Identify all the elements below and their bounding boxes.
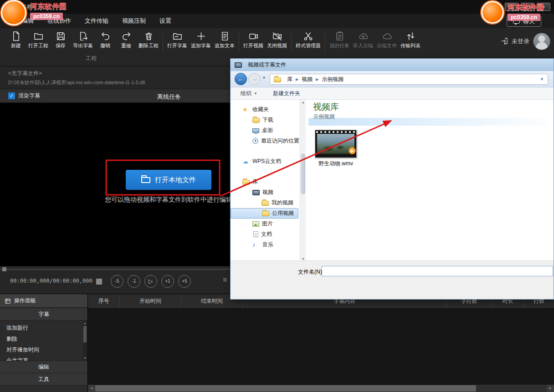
toolbar-append-subtitle[interactable]: 追加字幕 <box>189 31 213 53</box>
file-list-area: 视频库 示例视频 ▶ 野生动物.wmv <box>306 100 554 261</box>
breadcrumb-dropdown-icon[interactable]: ▼ <box>540 77 544 81</box>
tab-subtitle[interactable]: 字幕 <box>0 308 87 321</box>
toolbar-save[interactable]: 保存 <box>50 31 71 53</box>
scroll-up-icon[interactable]: ▲ <box>83 321 87 325</box>
tree-my-videos[interactable]: 我的视频 <box>231 198 306 208</box>
toolbar-open-project[interactable]: 打开工程 <box>26 31 50 53</box>
close-button[interactable]: × <box>537 3 550 11</box>
tab-edit[interactable]: 编辑 <box>0 361 87 373</box>
breadcrumb-videos[interactable]: 视频 <box>302 76 313 83</box>
minimize-button[interactable] <box>505 3 518 11</box>
panel-scrollbar[interactable]: ▲ ▼ <box>83 321 87 360</box>
dialog-icon <box>235 62 242 68</box>
breadcrumb-sample-videos[interactable]: 示例视频 <box>322 76 344 83</box>
history-dropdown-icon[interactable]: ▼ <box>262 76 266 80</box>
tree-recent-places[interactable]: 最近访问的位置 <box>231 136 306 146</box>
action-align-playtime[interactable]: 对齐播放时间 <box>0 344 87 355</box>
table-hscrollbar[interactable]: ◄ ► <box>88 385 554 392</box>
hscroll-thumb[interactable] <box>95 385 476 392</box>
cloud-save-icon <box>358 31 369 41</box>
chat-button[interactable]: 聊天 <box>507 15 541 27</box>
tree-favorites[interactable]: ★收藏夹 <box>231 104 306 115</box>
organize-menu[interactable]: 组织 ▼ <box>241 90 257 97</box>
rewind-5-button[interactable]: -5 <box>111 275 123 288</box>
my-tasks-icon <box>334 31 345 41</box>
forward-5-button[interactable]: +5 <box>178 275 191 288</box>
menu-subtitle-edit[interactable]: 字幕编辑 <box>10 17 34 25</box>
play-button[interactable]: ▷ <box>144 275 157 288</box>
tree-pictures[interactable]: 图片 <box>231 219 306 229</box>
file-wildlife-wmv[interactable]: ▶ 野生动物.wmv <box>313 130 359 168</box>
folder-icon <box>262 201 269 206</box>
action-delete[interactable]: 删除 <box>0 333 87 344</box>
toolbar-delete-project[interactable]: 删除工程 <box>137 31 160 53</box>
menu-settings[interactable]: 设置 <box>159 17 171 25</box>
breadcrumb-libraries[interactable]: 库 <box>287 76 292 83</box>
back-button[interactable]: ← <box>235 73 247 85</box>
toolbar-open-video[interactable]: 打开视频 <box>241 31 265 53</box>
toolbar-separator <box>325 32 325 52</box>
toolbar-transfer-list[interactable]: 传输列表 <box>399 31 422 53</box>
tree-scroll-thumb[interactable] <box>301 153 305 194</box>
avatar[interactable] <box>533 33 550 50</box>
tree-public-videos[interactable]: 公用视频 <box>231 208 298 219</box>
toolbar-style-manager[interactable]: 样式管理器 <box>294 31 323 53</box>
menu-video-encode[interactable]: 视频压制 <box>122 17 146 25</box>
toolbar-cloud-files[interactable]: 云端文件 <box>375 31 399 53</box>
toolbar-new[interactable]: 新建 <box>5 31 26 53</box>
tree-music[interactable]: ♪音乐 <box>231 239 306 250</box>
offline-task-tab[interactable]: 离线任务 <box>157 93 181 101</box>
menu-online-collab[interactable]: 在线协作 <box>47 17 71 25</box>
transfer-list-icon <box>405 31 416 41</box>
render-subtitle-checkbox[interactable]: ✓ 渲染字幕 <box>8 92 40 100</box>
open-local-file-button[interactable]: 打开本地文件 <box>126 170 211 190</box>
toolbar-cloud-save[interactable]: 存入云端 <box>351 31 375 53</box>
tree-scrollbar[interactable]: ▲ ▼ <box>300 100 306 261</box>
stop-button[interactable] <box>96 279 102 285</box>
seek-handle[interactable] <box>2 267 6 271</box>
subtitle-action-list: 添加新行 删除 对齐播放时间 合并字幕 ▲ ▼ <box>0 321 87 361</box>
rewind-1-button[interactable]: -1 <box>128 275 140 288</box>
toolbar-redo[interactable]: 重做 <box>116 31 137 53</box>
forward-1-button[interactable]: +1 <box>161 275 174 288</box>
scroll-thumb[interactable] <box>83 326 87 342</box>
new-folder-button[interactable]: 新建文件夹 <box>273 90 300 97</box>
playback-menu-icon[interactable]: ≡ <box>223 276 227 284</box>
forward-button[interactable]: → <box>248 73 261 85</box>
toolbar-separator <box>291 32 292 52</box>
tree-documents[interactable]: 文档 <box>231 229 306 239</box>
toolbar-my-tasks[interactable]: 我的任务 <box>328 31 351 53</box>
scroll-left-icon[interactable]: ◄ <box>88 385 95 392</box>
col-index[interactable]: 序号 <box>88 294 120 308</box>
login-icon <box>501 37 508 46</box>
toolbar-append-text[interactable]: 追加文本 <box>213 31 236 53</box>
file-dialog: 视频或字幕文件 ← → ▼ 库 ▶ 视频 ▶ 示例视频 ▼ 组织 ▼ 新建文件夹 <box>230 58 554 300</box>
style-manager-icon <box>303 31 313 41</box>
scroll-down-icon[interactable]: ▼ <box>83 356 87 360</box>
tree-libraries[interactable]: 库 <box>231 177 306 187</box>
action-add-row[interactable]: 添加新行 <box>0 322 87 333</box>
scroll-right-icon[interactable]: ► <box>547 385 554 392</box>
toolbar-export-subtitle[interactable]: 导出字幕 <box>71 31 95 53</box>
tree-videos[interactable]: 视频 <box>231 187 306 198</box>
menubar: 字幕编辑 在线协作 文件传输 视频压制 设置 聊天 <box>0 14 554 28</box>
document-icon <box>253 231 258 237</box>
filename-input[interactable] <box>322 266 553 276</box>
tab-tools[interactable]: 工具 <box>0 373 87 386</box>
breadcrumb[interactable]: 库 ▶ 视频 ▶ 示例视频 ▼ <box>270 74 548 85</box>
maximize-button[interactable] <box>521 3 534 11</box>
col-start-time[interactable]: 开始时间 <box>120 294 181 308</box>
tree-desktop[interactable]: 桌面 <box>231 125 306 136</box>
login-area[interactable]: 未登录 <box>501 33 550 50</box>
toolbar-close-video[interactable]: 关闭视频 <box>265 31 289 53</box>
toolbar-undo[interactable]: 撤销 <box>95 31 116 53</box>
library-subheader[interactable]: 示例视频 <box>313 113 335 121</box>
delete-project-icon <box>144 31 154 41</box>
library-icon <box>242 180 250 185</box>
append-subtitle-icon <box>196 31 206 41</box>
menu-file-transfer[interactable]: 文件传输 <box>85 17 108 25</box>
tree-wps-cloud[interactable]: ☁WPS云文档 <box>231 156 306 167</box>
action-merge-subtitle[interactable]: 合并字幕 <box>0 355 87 361</box>
toolbar-open-subtitle[interactable]: 打开字幕 <box>165 31 189 53</box>
tree-downloads[interactable]: 下载 <box>231 115 306 125</box>
